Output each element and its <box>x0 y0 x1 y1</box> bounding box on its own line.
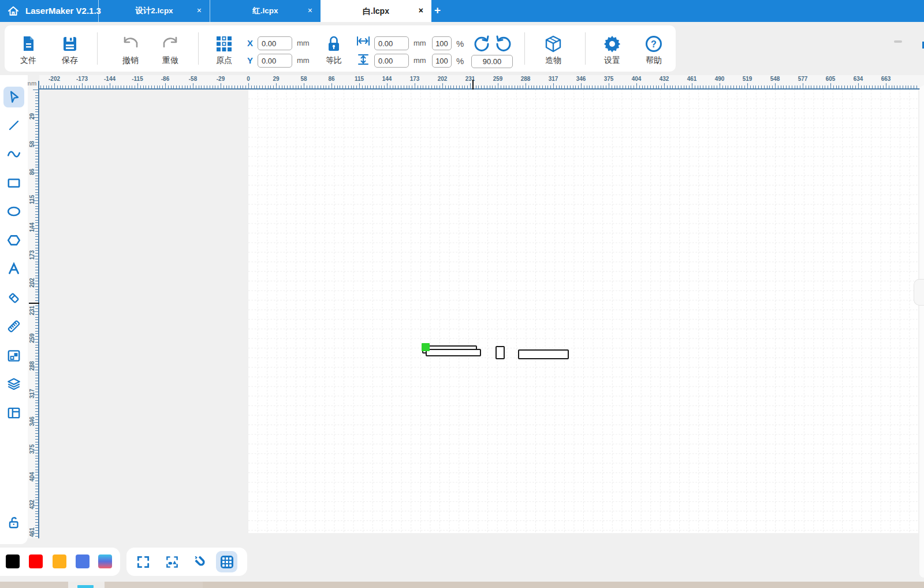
settings-button[interactable]: 设置 <box>598 34 626 66</box>
cursor-marker-vertical <box>29 303 39 304</box>
proportion-lock-label: 等比 <box>321 55 346 66</box>
width-input[interactable] <box>374 36 409 50</box>
h-ruler-label: -202 <box>43 76 66 82</box>
v-ruler-label: 317 <box>29 385 35 403</box>
canvas-workarea[interactable] <box>248 90 918 533</box>
tab-design2[interactable]: 设计2.lcpx × <box>99 0 210 22</box>
lasermaker-app: LaserMaker V2.1.3 设计2.lcpx × 红.lcpx × 白.… <box>0 0 924 588</box>
rect-outline-c[interactable] <box>518 349 569 359</box>
y-unit: mm <box>297 56 310 65</box>
h-ruler-label: -144 <box>98 76 121 82</box>
origin-button[interactable]: 原点 <box>210 34 238 66</box>
v-ruler-label: 173 <box>29 247 35 264</box>
h-ruler-label: -173 <box>70 76 94 82</box>
y-input[interactable] <box>258 54 292 68</box>
file-button[interactable]: 文件 <box>15 34 42 66</box>
line-tool[interactable] <box>3 115 24 136</box>
redo-button[interactable]: 重做 <box>157 34 184 66</box>
redo-label: 重做 <box>157 55 184 66</box>
v-ruler-label: 461 <box>29 524 35 541</box>
y-label: Y <box>247 55 253 65</box>
rotate-angle-input[interactable] <box>471 55 513 68</box>
proportion-lock-button[interactable]: 等比 <box>321 34 346 66</box>
x-input[interactable] <box>258 36 292 50</box>
h-ruler-label: 86 <box>320 76 343 82</box>
grid-dots-icon <box>210 34 238 54</box>
tab-white-active[interactable]: 白.lcpx × <box>321 0 431 22</box>
small-square-outline[interactable] <box>495 346 505 359</box>
layers-tool[interactable] <box>3 374 24 395</box>
maker-button[interactable]: 造物 <box>539 34 567 66</box>
v-ruler-label: 144 <box>29 219 35 236</box>
select-tool[interactable] <box>3 87 24 107</box>
black-swatch[interactable] <box>6 554 20 568</box>
green-origin-handle[interactable] <box>422 343 430 351</box>
tab-label: 红.lcpx <box>252 6 278 15</box>
blue-swatch[interactable] <box>76 554 90 568</box>
floppy-icon <box>57 34 83 54</box>
red-swatch[interactable] <box>29 554 43 568</box>
save-button[interactable]: 保存 <box>57 34 83 66</box>
fit-selection-button[interactable] <box>161 551 182 572</box>
h-ruler-label: 375 <box>597 76 620 82</box>
width-percent-sign: % <box>456 39 464 49</box>
text-tool[interactable] <box>3 258 24 279</box>
ruler-tool[interactable] <box>3 316 24 337</box>
vertical-ruler: 2958861151441732022312592883173463754044… <box>28 81 39 538</box>
frame-button[interactable] <box>132 551 154 572</box>
tab-close-icon[interactable]: × <box>308 0 312 22</box>
grid-toggle-icon <box>221 556 233 568</box>
width-percent-input[interactable] <box>432 36 452 50</box>
home-icon[interactable] <box>6 4 21 18</box>
taskbar-segment <box>105 582 203 588</box>
unlock-tool[interactable] <box>3 512 24 533</box>
undo-button[interactable]: 撤销 <box>117 34 144 66</box>
tab-close-icon[interactable]: × <box>419 0 423 22</box>
app-title: LaserMaker V2.1.3 <box>25 0 101 22</box>
titlebar: LaserMaker V2.1.3 设计2.lcpx × 红.lcpx × 白.… <box>0 0 924 22</box>
padlock-icon <box>321 34 346 54</box>
h-ruler-label: -115 <box>126 76 149 82</box>
v-ruler-label: 432 <box>29 496 35 513</box>
rectangle-tool[interactable] <box>3 173 24 193</box>
rotate-ccw-icon[interactable] <box>472 35 491 55</box>
h-ruler-label: -86 <box>154 76 177 82</box>
scroll-hint <box>894 40 902 43</box>
layout-tool[interactable] <box>3 403 24 423</box>
v-ruler-label: 231 <box>29 302 35 319</box>
h-ruler-label: 0 <box>237 76 260 82</box>
h-ruler-label: 663 <box>874 76 897 82</box>
height-input[interactable] <box>374 54 409 68</box>
ellipse-tool[interactable] <box>3 201 24 222</box>
h-ruler-label: 144 <box>375 76 398 82</box>
view-tools-panel <box>126 548 247 576</box>
toolbar-panel: 文件 保存 撤销 重做 <box>5 25 676 72</box>
tab-red[interactable]: 红.lcpx × <box>210 0 321 22</box>
tab-label: 白.lcpx <box>363 6 389 16</box>
help-button[interactable]: ? 帮助 <box>640 34 668 66</box>
eraser-tool[interactable] <box>3 288 24 308</box>
rotate-cw-icon[interactable] <box>494 35 513 55</box>
right-panel-handle[interactable] <box>914 279 924 306</box>
grid-toggle-button[interactable] <box>216 551 237 572</box>
height-percent-input[interactable] <box>432 54 452 68</box>
image-tool[interactable] <box>3 345 24 366</box>
h-ruler-label: -58 <box>181 76 204 82</box>
toolbar-divider <box>585 32 586 65</box>
orange-swatch[interactable] <box>53 554 66 568</box>
polygon-tool[interactable] <box>3 230 24 251</box>
curve-tool[interactable] <box>3 144 24 165</box>
new-tab-button[interactable]: + <box>434 0 441 22</box>
h-ruler-label: 519 <box>736 76 759 82</box>
right-panel-sliver <box>919 85 924 578</box>
h-ruler-label: 490 <box>708 76 731 82</box>
v-ruler-label: 346 <box>29 413 35 430</box>
gradient-swatch[interactable] <box>98 554 112 568</box>
magnet-snap-button[interactable] <box>190 551 211 572</box>
h-ruler-label: 173 <box>403 76 426 82</box>
tab-close-icon[interactable]: × <box>197 0 202 22</box>
toolbar-divider <box>97 32 98 65</box>
v-ruler-label: 259 <box>29 330 35 347</box>
rect-outline-b[interactable] <box>426 349 481 356</box>
undo-arrow-icon <box>117 34 144 54</box>
